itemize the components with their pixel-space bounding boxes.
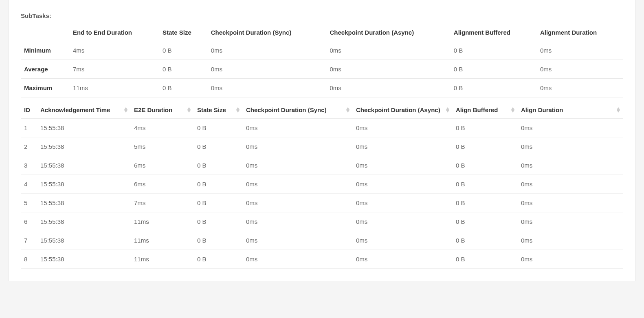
detail-header[interactable]: Align Duration — [518, 102, 623, 119]
table-cell: 5ms — [131, 137, 194, 156]
detail-header[interactable]: E2E Duration — [131, 102, 194, 119]
summary-cell: 0ms — [537, 79, 623, 97]
detail-header-label: Align Buffered — [456, 106, 498, 113]
svg-marker-10 — [511, 107, 514, 110]
table-cell: 15:55:38 — [37, 212, 131, 231]
summary-row: Average7ms0 B0ms0ms0 B0ms — [21, 60, 623, 79]
table-cell: 0ms — [353, 250, 453, 269]
table-cell: 0 B — [453, 137, 518, 156]
detail-header-label: Align Duration — [521, 106, 563, 113]
table-cell: 0ms — [353, 119, 453, 137]
table-cell: 15:55:38 — [37, 137, 131, 156]
table-cell: 0 B — [453, 194, 518, 212]
summary-header-blank — [21, 24, 70, 41]
summary-row-label: Minimum — [21, 41, 70, 60]
table-cell: 15:55:38 — [37, 250, 131, 269]
table-cell: 0 B — [194, 137, 243, 156]
summary-row: Minimum4ms0 B0ms0ms0 B0ms — [21, 41, 623, 60]
svg-marker-0 — [124, 107, 127, 110]
sort-icon — [187, 107, 191, 113]
sort-icon — [346, 107, 349, 113]
summary-cell: 0 B — [451, 79, 537, 97]
detail-header-label: E2E Duration — [134, 106, 172, 113]
detail-header-label: Acknowledgement Time — [40, 106, 110, 113]
summary-header-row: End to End Duration State Size Checkpoin… — [21, 24, 623, 41]
summary-cell: 0ms — [208, 41, 327, 60]
svg-marker-4 — [236, 107, 240, 110]
table-cell: 7ms — [131, 194, 194, 212]
table-row: 415:55:386ms0 B0ms0ms0 B0ms — [21, 175, 623, 194]
summary-cell: 0 B — [451, 41, 537, 60]
table-row: 315:55:386ms0 B0ms0ms0 B0ms — [21, 156, 623, 175]
table-cell: 0 B — [194, 212, 243, 231]
table-cell: 0ms — [353, 231, 453, 250]
detail-header-label: Checkpoint Duration (Sync) — [246, 106, 327, 113]
detail-header[interactable]: Checkpoint Duration (Sync) — [243, 102, 353, 119]
summary-table: End to End Duration State Size Checkpoin… — [21, 24, 623, 97]
table-cell: 0 B — [453, 175, 518, 194]
svg-marker-7 — [346, 110, 349, 113]
table-cell: 6ms — [131, 175, 194, 194]
table-cell: 0 B — [453, 119, 518, 137]
table-cell: 0ms — [518, 175, 623, 194]
table-cell: 0 B — [194, 156, 243, 175]
table-cell: 0ms — [518, 137, 623, 156]
sort-icon — [617, 107, 620, 113]
table-cell: 0ms — [353, 212, 453, 231]
table-cell: 6ms — [131, 156, 194, 175]
table-cell: 0ms — [353, 175, 453, 194]
table-row: 815:55:3811ms0 B0ms0ms0 B0ms — [21, 250, 623, 269]
table-cell: 6 — [21, 212, 37, 231]
summary-cell: 0 B — [159, 41, 208, 60]
svg-marker-5 — [236, 110, 240, 113]
detail-header[interactable]: Acknowledgement Time — [37, 102, 131, 119]
table-cell: 7 — [21, 231, 37, 250]
detail-header-label: ID — [24, 106, 30, 113]
summary-cell: 0ms — [537, 41, 623, 60]
svg-marker-13 — [617, 110, 620, 113]
table-cell: 0 B — [194, 175, 243, 194]
table-cell: 0ms — [243, 156, 353, 175]
detail-header[interactable]: Checkpoint Duration (Async) — [353, 102, 453, 119]
summary-cell: 0ms — [327, 60, 451, 79]
summary-header-sync: Checkpoint Duration (Sync) — [208, 24, 327, 41]
summary-cell: 4ms — [70, 41, 159, 60]
table-cell: 0ms — [243, 231, 353, 250]
svg-marker-11 — [511, 110, 514, 113]
summary-row-label: Maximum — [21, 79, 70, 97]
table-cell: 0 B — [194, 119, 243, 137]
table-cell: 11ms — [131, 250, 194, 269]
table-row: 715:55:3811ms0 B0ms0ms0 B0ms — [21, 231, 623, 250]
table-cell: 0 B — [453, 212, 518, 231]
detail-header-label: Checkpoint Duration (Async) — [356, 106, 440, 113]
table-cell: 0ms — [518, 212, 623, 231]
summary-cell: 0ms — [327, 79, 451, 97]
summary-header-async: Checkpoint Duration (Async) — [327, 24, 451, 41]
table-cell: 0 B — [194, 194, 243, 212]
summary-cell: 0ms — [537, 60, 623, 79]
svg-marker-8 — [446, 107, 449, 110]
table-cell: 0 B — [453, 156, 518, 175]
table-cell: 8 — [21, 250, 37, 269]
table-cell: 0ms — [243, 137, 353, 156]
table-cell: 4 — [21, 175, 37, 194]
summary-header-e2e: End to End Duration — [70, 24, 159, 41]
detail-header-label: State Size — [197, 106, 226, 113]
table-cell: 11ms — [131, 231, 194, 250]
summary-cell: 11ms — [70, 79, 159, 97]
detail-header[interactable]: State Size — [194, 102, 243, 119]
subtasks-panel: SubTasks: End to End Duration State Size… — [8, 0, 636, 281]
table-cell: 0ms — [518, 156, 623, 175]
table-cell: 0ms — [243, 212, 353, 231]
table-row: 515:55:387ms0 B0ms0ms0 B0ms — [21, 194, 623, 212]
detail-header[interactable]: Align Buffered — [453, 102, 518, 119]
table-cell: 1 — [21, 119, 37, 137]
table-cell: 0ms — [243, 250, 353, 269]
table-cell: 3 — [21, 156, 37, 175]
table-row: 115:55:384ms0 B0ms0ms0 B0ms — [21, 119, 623, 137]
svg-marker-1 — [124, 110, 127, 113]
table-cell: 0ms — [353, 156, 453, 175]
table-cell: 4ms — [131, 119, 194, 137]
summary-cell: 0ms — [327, 41, 451, 60]
summary-cell: 0 B — [451, 60, 537, 79]
